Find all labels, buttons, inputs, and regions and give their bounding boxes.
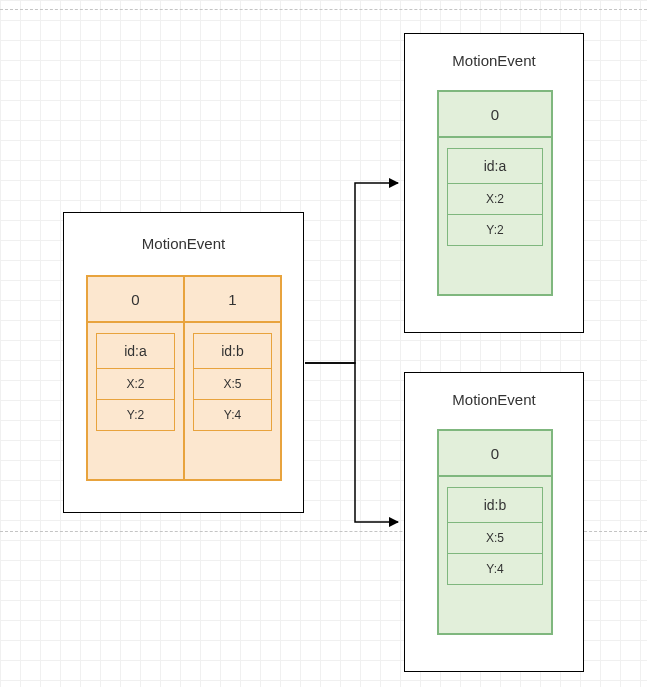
- pointer-x: X:5: [448, 522, 542, 553]
- motionevent-source-title: MotionEvent: [64, 213, 303, 252]
- target-0-pointer: id:a X:2 Y:2: [447, 148, 543, 246]
- source-col-index-0: 0: [88, 277, 183, 321]
- pointer-y: Y:2: [448, 214, 542, 245]
- pointer-y: Y:2: [97, 399, 174, 430]
- motionevent-target-1-box: MotionEvent 0 id:b X:5 Y:4: [404, 372, 584, 672]
- target-1-table: 0 id:b X:5 Y:4: [437, 429, 553, 635]
- source-col-index-1: 1: [183, 277, 280, 321]
- pointer-id: id:a: [448, 149, 542, 183]
- pointer-y: Y:4: [194, 399, 271, 430]
- source-table: 0 1 id:a X:2 Y:2 id:b X:5 Y:4: [86, 275, 282, 481]
- pointer-y: Y:4: [448, 553, 542, 584]
- motionevent-source-box: MotionEvent 0 1 id:a X:2 Y:2 id:b X:5 Y:…: [63, 212, 304, 513]
- motionevent-target-0-box: MotionEvent 0 id:a X:2 Y:2: [404, 33, 584, 333]
- target-0-table: 0 id:a X:2 Y:2: [437, 90, 553, 296]
- motionevent-target-1-title: MotionEvent: [405, 373, 583, 408]
- target-0-index: 0: [439, 92, 551, 138]
- target-1-pointer: id:b X:5 Y:4: [447, 487, 543, 585]
- source-table-body: id:a X:2 Y:2 id:b X:5 Y:4: [88, 323, 280, 481]
- source-col-0: id:a X:2 Y:2: [88, 323, 183, 481]
- pointer-x: X:5: [194, 368, 271, 399]
- pointer-x: X:2: [448, 183, 542, 214]
- source-table-header: 0 1: [88, 277, 280, 323]
- target-0-body: id:a X:2 Y:2: [439, 138, 551, 296]
- pointer-x: X:2: [97, 368, 174, 399]
- motionevent-target-0-title: MotionEvent: [405, 34, 583, 69]
- guide-line-top: [0, 9, 647, 10]
- source-col-1: id:b X:5 Y:4: [183, 323, 280, 481]
- source-pointer-1: id:b X:5 Y:4: [193, 333, 272, 431]
- pointer-id: id:b: [194, 334, 271, 368]
- pointer-id: id:a: [97, 334, 174, 368]
- target-1-body: id:b X:5 Y:4: [439, 477, 551, 635]
- source-pointer-0: id:a X:2 Y:2: [96, 333, 175, 431]
- pointer-id: id:b: [448, 488, 542, 522]
- target-1-index: 0: [439, 431, 551, 477]
